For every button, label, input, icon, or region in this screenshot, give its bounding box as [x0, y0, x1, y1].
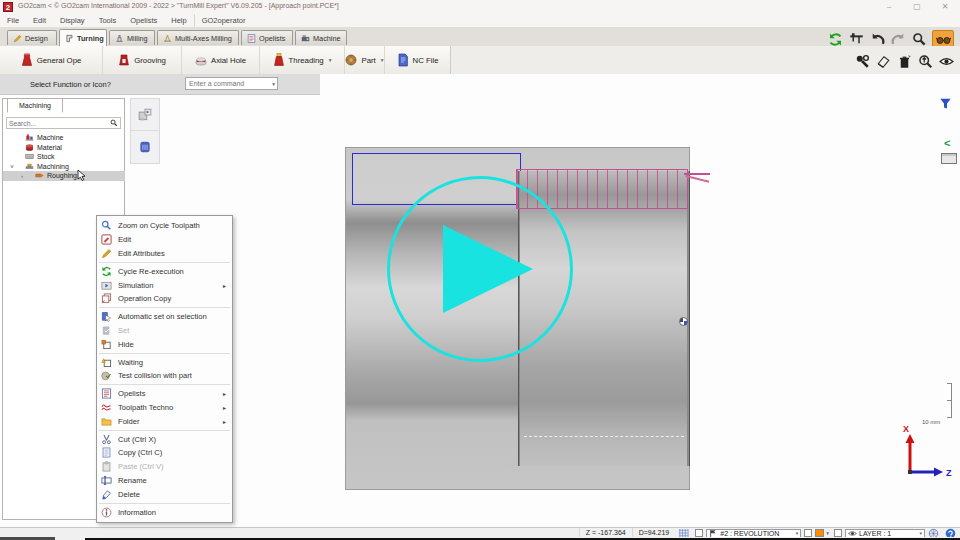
menu-automatic-set-on-selection[interactable]: Automatic set on selection — [97, 310, 232, 324]
menu-edit-attributes[interactable]: Edit Attributes — [97, 247, 232, 261]
tree-item-roughing[interactable]: › Roughing — [3, 171, 125, 181]
menu-waiting[interactable]: Waiting — [97, 355, 232, 369]
eye-visibility-icon[interactable] — [938, 53, 954, 69]
tree-search-input[interactable] — [7, 120, 110, 127]
toolpath-techno-icon — [101, 402, 112, 413]
clean-trash-icon[interactable] — [896, 53, 912, 69]
chevron-down-icon[interactable]: ▾ — [272, 81, 275, 87]
tab-machining-panel[interactable]: Machining — [7, 98, 63, 113]
simulation-quick-button[interactable] — [131, 99, 159, 131]
filter-button[interactable] — [936, 95, 954, 111]
machine-icon — [301, 34, 310, 43]
scale-ruler — [947, 383, 952, 418]
view-toolbar-bottom — [854, 53, 954, 69]
collapse-panel-chevron[interactable]: < — [944, 138, 950, 149]
menu-delete[interactable]: Delete — [97, 487, 232, 501]
threading-icon — [273, 53, 285, 67]
hidden-edge-dashed-line — [524, 436, 684, 437]
command-input[interactable] — [186, 80, 271, 87]
machining-node-icon — [25, 162, 34, 171]
maximize-button[interactable]: ▢ — [904, 0, 930, 13]
menu-display[interactable]: Display — [53, 14, 92, 27]
menu-separator — [99, 353, 230, 354]
minimize-button[interactable]: – — [876, 0, 902, 13]
expand-arrow-icon[interactable]: › — [18, 173, 26, 179]
revolution-checkbox[interactable] — [695, 529, 703, 537]
tab-machine[interactable]: Machine — [295, 30, 347, 45]
tab-multi-axes-milling[interactable]: Multi-Axes Milling — [157, 30, 239, 45]
clamping-quick-button[interactable] — [131, 131, 159, 162]
menu-cut[interactable]: Cut (Ctrl X) — [97, 432, 232, 446]
tree-item-stock[interactable]: Stock — [3, 152, 124, 162]
stock-mini-icon[interactable] — [941, 153, 957, 164]
submenu-arrow-icon: ▸ — [223, 404, 228, 411]
menu-rename[interactable]: Rename — [97, 474, 232, 488]
prompt-label: Select Function or Icon? — [30, 80, 111, 89]
collapse-arrow-icon[interactable]: v — [8, 163, 16, 169]
menu-toolpath-techno[interactable]: Toolpath Techno ▸ — [97, 401, 232, 415]
current-color-swatch[interactable] — [815, 529, 824, 537]
part-button[interactable]: Part ▾ — [345, 46, 385, 74]
menu-file[interactable]: File — [0, 14, 26, 27]
mouse-cursor — [76, 169, 88, 181]
nc-file-button[interactable]: NC File — [385, 46, 450, 74]
tree-item-machine[interactable]: Machine — [3, 133, 124, 143]
tree-item-machining[interactable]: v Machining — [3, 162, 124, 172]
tree-item-material[interactable]: Material — [3, 143, 124, 153]
grooving-button[interactable]: Grooving — [103, 46, 182, 74]
menu-tools[interactable]: Tools — [92, 14, 124, 27]
menu-folder[interactable]: Folder ▸ — [97, 414, 232, 428]
search-icon — [110, 119, 118, 127]
eraser-icon[interactable] — [875, 53, 891, 69]
submenu-arrow-icon: ▸ — [223, 282, 228, 289]
threading-dropdown-arrow[interactable]: ▾ — [329, 57, 332, 63]
delete-icon — [101, 489, 112, 500]
menu-copy[interactable]: Copy (Ctrl C) — [97, 446, 232, 460]
material-node-icon — [25, 143, 34, 152]
tab-turning[interactable]: Turning — [59, 29, 107, 46]
operation-copy-icon — [101, 293, 112, 304]
menu-opelists[interactable]: Opelists ▸ — [97, 387, 232, 401]
turning-ribbon-group: General Ope Grooving Axial Hole Threadin… — [0, 46, 451, 75]
color-checkbox[interactable] — [804, 529, 812, 537]
menu-edit[interactable]: Edit — [97, 233, 232, 247]
axial-hole-button[interactable]: Axial Hole — [182, 46, 260, 74]
menu-paste: Paste (Ctrl V) — [97, 460, 232, 474]
menu-cycle-re-execution[interactable]: Cycle Re-execution — [97, 264, 232, 278]
simulation-quick-icon — [138, 108, 152, 122]
zoom-extents-icon[interactable] — [917, 53, 933, 69]
tools-icon[interactable] — [854, 53, 870, 69]
layer-checkbox[interactable] — [834, 529, 842, 537]
menu-simulation[interactable]: Simulation ▸ — [97, 278, 232, 292]
tree-search-box[interactable] — [6, 117, 121, 129]
ribbon: General Ope Grooving Axial Hole Threadin… — [0, 46, 960, 74]
menu-information[interactable]: Information — [97, 505, 232, 519]
menu-hide[interactable]: Hide — [97, 337, 232, 351]
close-button[interactable]: ✕ — [932, 0, 958, 13]
folder-icon — [101, 416, 112, 427]
part-dropdown-arrow[interactable]: ▾ — [381, 57, 384, 63]
automatic-set-icon — [101, 311, 112, 322]
command-combobox[interactable]: ▾ — [185, 77, 278, 90]
side-toolbar — [130, 98, 160, 164]
tab-design[interactable]: Design — [7, 30, 57, 45]
menu-operation-copy[interactable]: Operation Copy — [97, 292, 232, 306]
ribbon-tab-strip: Design Turning Milling Multi-Axes Millin… — [0, 27, 960, 47]
tab-opelists[interactable]: Opelists — [241, 30, 293, 45]
tab-milling[interactable]: Milling — [109, 30, 155, 45]
general-ope-button[interactable]: General Ope — [0, 46, 103, 74]
menu-help[interactable]: Help — [164, 14, 193, 27]
filter-funnel-icon — [939, 97, 952, 110]
reference-sphere-handle[interactable] — [679, 317, 688, 326]
stock-node-icon — [25, 152, 34, 161]
swatch-dropdown-arrow[interactable]: ▾ — [826, 530, 829, 536]
menu-test-collision-with-part[interactable]: Test collision with part — [97, 369, 232, 383]
threading-button[interactable]: Threading ▾ — [260, 46, 345, 74]
menu-zoom-on-cycle-toolpath[interactable]: Zoom on Cycle Toolpath — [97, 219, 232, 233]
video-play-icon[interactable] — [443, 225, 533, 313]
menu-edit[interactable]: Edit — [26, 14, 53, 27]
hide-icon — [101, 339, 112, 350]
opelists-icon — [101, 388, 112, 399]
menu-opelists[interactable]: Opelists — [123, 14, 164, 27]
menu-go2operator[interactable]: GO2operator — [194, 14, 253, 27]
